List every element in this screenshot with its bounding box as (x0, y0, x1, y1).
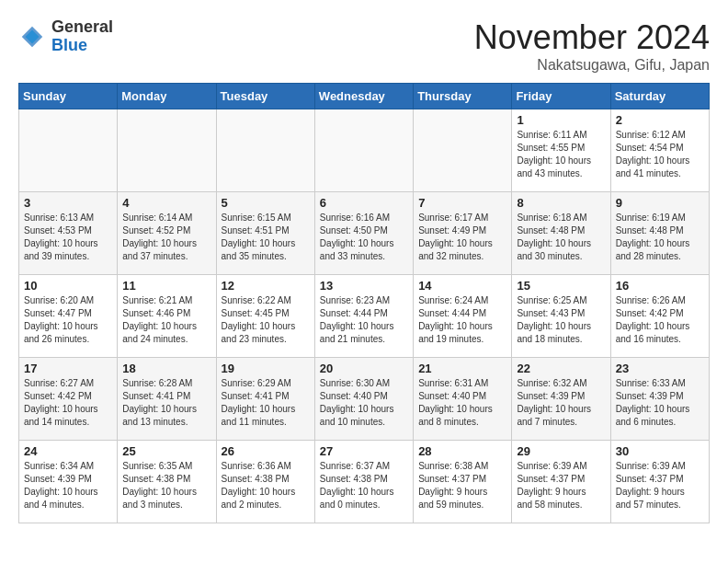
day-cell: 28Sunrise: 6:38 AMSunset: 4:37 PMDayligh… (414, 441, 512, 523)
day-number: 23 (616, 362, 704, 375)
day-info: Sunrise: 6:28 AMSunset: 4:41 PMDaylight:… (122, 377, 210, 429)
day-number: 6 (320, 196, 408, 210)
day-number: 20 (320, 362, 408, 375)
day-number: 19 (222, 362, 310, 375)
day-cell: 18Sunrise: 6:28 AMSunset: 4:41 PMDayligh… (118, 358, 216, 441)
week-row-1: 1Sunrise: 6:11 AMSunset: 4:55 PMDaylight… (19, 109, 710, 192)
day-info: Sunrise: 6:26 AMSunset: 4:42 PMDaylight:… (616, 294, 704, 346)
day-number: 27 (320, 444, 408, 458)
title-area: November 2024 Nakatsugawa, Gifu, Japan (474, 18, 710, 74)
header-tuesday: Tuesday (216, 84, 314, 109)
day-info: Sunrise: 6:32 AMSunset: 4:39 PMDaylight:… (517, 377, 605, 429)
calendar-header: SundayMondayTuesdayWednesdayThursdayFrid… (19, 84, 710, 109)
day-info: Sunrise: 6:29 AMSunset: 4:41 PMDaylight:… (222, 377, 310, 429)
day-number: 24 (24, 444, 112, 458)
day-cell: 30Sunrise: 6:39 AMSunset: 4:37 PMDayligh… (610, 441, 709, 523)
day-number: 25 (122, 444, 210, 458)
day-info: Sunrise: 6:16 AMSunset: 4:50 PMDaylight:… (320, 212, 408, 263)
day-number: 3 (24, 196, 112, 210)
logo-blue-text: Blue (51, 37, 113, 55)
day-number: 22 (517, 362, 605, 375)
day-cell: 24Sunrise: 6:34 AMSunset: 4:39 PMDayligh… (19, 441, 118, 523)
day-info: Sunrise: 6:30 AMSunset: 4:40 PMDaylight:… (320, 377, 408, 429)
day-cell: 10Sunrise: 6:20 AMSunset: 4:47 PMDayligh… (19, 275, 118, 358)
day-info: Sunrise: 6:21 AMSunset: 4:46 PMDaylight:… (122, 294, 210, 346)
day-number: 17 (24, 362, 112, 375)
day-number: 2 (616, 113, 704, 127)
logo-general-text: General (51, 18, 113, 37)
day-cell (118, 109, 216, 192)
day-cell (414, 109, 512, 192)
day-cell: 6Sunrise: 6:16 AMSunset: 4:50 PMDaylight… (314, 192, 413, 275)
header-friday: Friday (512, 84, 610, 109)
day-cell: 1Sunrise: 6:11 AMSunset: 4:55 PMDaylight… (512, 109, 610, 192)
day-info: Sunrise: 6:15 AMSunset: 4:51 PMDaylight:… (222, 212, 310, 263)
day-cell: 22Sunrise: 6:32 AMSunset: 4:39 PMDayligh… (512, 358, 610, 441)
day-number: 28 (418, 444, 506, 458)
day-number: 12 (222, 279, 310, 293)
logo: General Blue (18, 18, 113, 55)
day-cell: 3Sunrise: 6:13 AMSunset: 4:53 PMDaylight… (19, 192, 118, 275)
day-number: 21 (418, 362, 506, 375)
header-monday: Monday (118, 84, 216, 109)
day-info: Sunrise: 6:19 AMSunset: 4:48 PMDaylight:… (616, 212, 704, 263)
week-row-3: 10Sunrise: 6:20 AMSunset: 4:47 PMDayligh… (19, 275, 710, 358)
day-info: Sunrise: 6:24 AMSunset: 4:44 PMDaylight:… (418, 294, 506, 346)
header-row: SundayMondayTuesdayWednesdayThursdayFrid… (19, 84, 710, 109)
day-info: Sunrise: 6:34 AMSunset: 4:39 PMDaylight:… (24, 460, 112, 511)
day-cell: 11Sunrise: 6:21 AMSunset: 4:46 PMDayligh… (118, 275, 216, 358)
header-saturday: Saturday (610, 84, 709, 109)
day-cell: 4Sunrise: 6:14 AMSunset: 4:52 PMDaylight… (118, 192, 216, 275)
day-number: 18 (122, 362, 210, 375)
day-info: Sunrise: 6:25 AMSunset: 4:43 PMDaylight:… (517, 294, 605, 346)
day-number: 10 (24, 279, 112, 293)
day-cell: 2Sunrise: 6:12 AMSunset: 4:54 PMDaylight… (610, 109, 709, 192)
day-cell (216, 109, 314, 192)
day-info: Sunrise: 6:39 AMSunset: 4:37 PMDaylight:… (616, 460, 704, 511)
day-number: 14 (418, 279, 506, 293)
day-number: 9 (616, 196, 704, 210)
header-thursday: Thursday (414, 84, 512, 109)
logo-icon (18, 23, 46, 51)
header-wednesday: Wednesday (314, 84, 413, 109)
day-cell: 29Sunrise: 6:39 AMSunset: 4:37 PMDayligh… (512, 441, 610, 523)
day-info: Sunrise: 6:22 AMSunset: 4:45 PMDaylight:… (222, 294, 310, 346)
day-number: 1 (517, 113, 605, 127)
day-number: 7 (418, 196, 506, 210)
day-cell: 14Sunrise: 6:24 AMSunset: 4:44 PMDayligh… (414, 275, 512, 358)
day-number: 29 (517, 444, 605, 458)
calendar-table: SundayMondayTuesdayWednesdayThursdayFrid… (18, 83, 710, 523)
day-info: Sunrise: 6:36 AMSunset: 4:38 PMDaylight:… (222, 460, 310, 511)
day-info: Sunrise: 6:12 AMSunset: 4:54 PMDaylight:… (616, 129, 704, 180)
week-row-2: 3Sunrise: 6:13 AMSunset: 4:53 PMDaylight… (19, 192, 710, 275)
day-cell: 19Sunrise: 6:29 AMSunset: 4:41 PMDayligh… (216, 358, 314, 441)
day-cell (314, 109, 413, 192)
day-info: Sunrise: 6:14 AMSunset: 4:52 PMDaylight:… (122, 212, 210, 263)
day-info: Sunrise: 6:37 AMSunset: 4:38 PMDaylight:… (320, 460, 408, 511)
day-number: 26 (222, 444, 310, 458)
day-number: 5 (222, 196, 310, 210)
day-info: Sunrise: 6:17 AMSunset: 4:49 PMDaylight:… (418, 212, 506, 263)
day-info: Sunrise: 6:20 AMSunset: 4:47 PMDaylight:… (24, 294, 112, 346)
day-cell: 27Sunrise: 6:37 AMSunset: 4:38 PMDayligh… (314, 441, 413, 523)
day-info: Sunrise: 6:33 AMSunset: 4:39 PMDaylight:… (616, 377, 704, 429)
day-info: Sunrise: 6:31 AMSunset: 4:40 PMDaylight:… (418, 377, 506, 429)
day-info: Sunrise: 6:11 AMSunset: 4:55 PMDaylight:… (517, 129, 605, 180)
week-row-5: 24Sunrise: 6:34 AMSunset: 4:39 PMDayligh… (19, 441, 710, 523)
header-sunday: Sunday (19, 84, 118, 109)
day-number: 13 (320, 279, 408, 293)
day-info: Sunrise: 6:23 AMSunset: 4:44 PMDaylight:… (320, 294, 408, 346)
day-cell: 16Sunrise: 6:26 AMSunset: 4:42 PMDayligh… (610, 275, 709, 358)
day-cell: 17Sunrise: 6:27 AMSunset: 4:42 PMDayligh… (19, 358, 118, 441)
day-info: Sunrise: 6:27 AMSunset: 4:42 PMDaylight:… (24, 377, 112, 429)
day-number: 16 (616, 279, 704, 293)
calendar-body: 1Sunrise: 6:11 AMSunset: 4:55 PMDaylight… (19, 109, 710, 523)
day-cell: 7Sunrise: 6:17 AMSunset: 4:49 PMDaylight… (414, 192, 512, 275)
day-cell: 12Sunrise: 6:22 AMSunset: 4:45 PMDayligh… (216, 275, 314, 358)
day-number: 15 (517, 279, 605, 293)
day-cell: 26Sunrise: 6:36 AMSunset: 4:38 PMDayligh… (216, 441, 314, 523)
day-number: 11 (122, 279, 210, 293)
day-info: Sunrise: 6:39 AMSunset: 4:37 PMDaylight:… (517, 460, 605, 511)
day-cell: 23Sunrise: 6:33 AMSunset: 4:39 PMDayligh… (610, 358, 709, 441)
week-row-4: 17Sunrise: 6:27 AMSunset: 4:42 PMDayligh… (19, 358, 710, 441)
